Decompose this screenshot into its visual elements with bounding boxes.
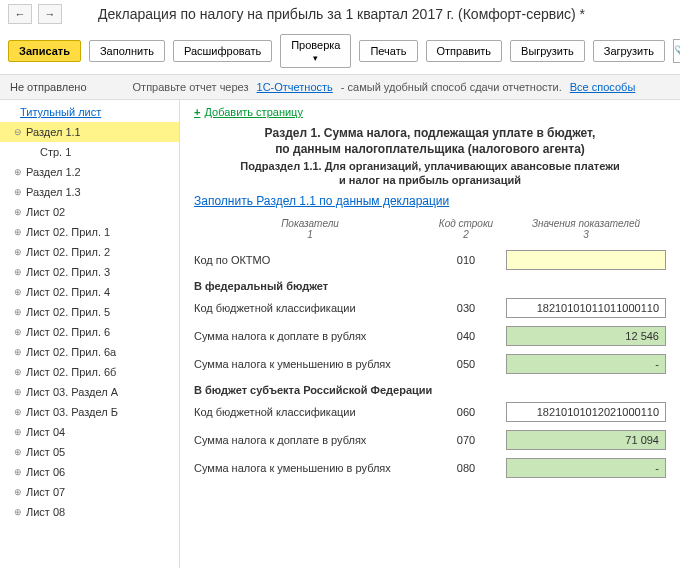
kbk1-code: 030	[426, 302, 506, 314]
federal-budget-head: В федеральный бюджет	[194, 274, 666, 294]
tree-item-sheet-05[interactable]: ⊕Лист 05	[0, 442, 179, 462]
sum1-field[interactable]: 12 546	[506, 326, 666, 346]
red1-code: 050	[426, 358, 506, 370]
send-button[interactable]: Отправить	[426, 40, 503, 62]
expand-icon: ⊕	[14, 407, 22, 417]
attach-button[interactable]: 📎	[673, 39, 680, 63]
tree-item-section-1-1[interactable]: ⊖Раздел 1.1	[0, 122, 179, 142]
export-button[interactable]: Выгрузить	[510, 40, 585, 62]
decrypt-button[interactable]: Расшифровать	[173, 40, 272, 62]
sum2-label: Сумма налога к доплате в рублях	[194, 434, 426, 446]
check-button[interactable]: Проверка	[280, 34, 351, 68]
expand-icon: ⊕	[14, 267, 22, 277]
expand-icon: ⊕	[14, 327, 22, 337]
sidebar: Титульный лист ⊖Раздел 1.1 Стр. 1 ⊕Разде…	[0, 100, 180, 568]
fill-button[interactable]: Заполнить	[89, 40, 165, 62]
expand-icon: ⊕	[14, 367, 22, 377]
sum2-field[interactable]: 71 094	[506, 430, 666, 450]
tree-item-sheet-02-app-5[interactable]: ⊕Лист 02. Прил. 5	[0, 302, 179, 322]
tree-title-page[interactable]: Титульный лист	[0, 102, 179, 122]
kbk2-code: 060	[426, 406, 506, 418]
sum2-code: 070	[426, 434, 506, 446]
status-hint-1: Отправьте отчет через	[133, 81, 249, 93]
tree-item-sheet-08[interactable]: ⊕Лист 08	[0, 502, 179, 522]
subsection-title-2: и налог на прибыль организаций	[194, 174, 666, 186]
tree-item-sheet-07[interactable]: ⊕Лист 07	[0, 482, 179, 502]
save-button[interactable]: Записать	[8, 40, 81, 62]
expand-icon: ⊕	[14, 387, 22, 397]
red1-label: Сумма налога к уменьшению в рублях	[194, 358, 426, 370]
tree-item-sheet-02-app-6a[interactable]: ⊕Лист 02. Прил. 6а	[0, 342, 179, 362]
tree-item-sheet-02-app-6[interactable]: ⊕Лист 02. Прил. 6	[0, 322, 179, 342]
add-page-link[interactable]: Добавить страницу	[194, 106, 303, 118]
tree-item-sheet-02-app-2[interactable]: ⊕Лист 02. Прил. 2	[0, 242, 179, 262]
subject-budget-head: В бюджет субъекта Российской Федерации	[194, 378, 666, 398]
expand-icon: ⊕	[14, 427, 22, 437]
expand-icon: ⊕	[14, 507, 22, 517]
tree-item-page-1[interactable]: Стр. 1	[0, 142, 179, 162]
nav-back-button[interactable]: ←	[8, 4, 32, 24]
expand-icon: ⊕	[14, 167, 22, 177]
load-button[interactable]: Загрузить	[593, 40, 665, 62]
expand-icon: ⊕	[14, 467, 22, 477]
red2-label: Сумма налога к уменьшению в рублях	[194, 462, 426, 474]
expand-icon: ⊕	[14, 227, 22, 237]
tree-item-section-1-3[interactable]: ⊕Раздел 1.3	[0, 182, 179, 202]
paperclip-icon: 📎	[674, 45, 680, 58]
expand-icon: ⊕	[14, 187, 22, 197]
sum1-label: Сумма налога к доплате в рублях	[194, 330, 426, 342]
red2-code: 080	[426, 462, 506, 474]
section-title-1: Раздел 1. Сумма налога, подлежащая уплат…	[194, 126, 666, 140]
tree-item-sheet-02-app-6b[interactable]: ⊕Лист 02. Прил. 6б	[0, 362, 179, 382]
tree-item-sheet-02-app-1[interactable]: ⊕Лист 02. Прил. 1	[0, 222, 179, 242]
print-button[interactable]: Печать	[359, 40, 417, 62]
kbk1-label: Код бюджетной классификации	[194, 302, 426, 314]
expand-icon: ⊕	[14, 307, 22, 317]
status-hint-2: - самый удобный способ сдачи отчетности.	[341, 81, 562, 93]
collapse-icon: ⊖	[14, 127, 22, 137]
red1-field[interactable]: -	[506, 354, 666, 374]
fill-section-link[interactable]: Заполнить Раздел 1.1 по данным деклараци…	[194, 194, 666, 208]
sum1-code: 040	[426, 330, 506, 342]
oktmo-label: Код по ОКТМО	[194, 254, 426, 266]
content-panel: Добавить страницу Раздел 1. Сумма налога…	[180, 100, 680, 568]
oktmo-field[interactable]	[506, 250, 666, 270]
report-link[interactable]: 1С-Отчетность	[257, 81, 333, 93]
section-title-2: по данным налогоплательщика (налогового …	[194, 142, 666, 156]
tree-item-sheet-03-a[interactable]: ⊕Лист 03. Раздел А	[0, 382, 179, 402]
kbk2-field[interactable]: 18210101012021000110	[506, 402, 666, 422]
tree-item-sheet-03-b[interactable]: ⊕Лист 03. Раздел Б	[0, 402, 179, 422]
tree-item-sheet-02-app-4[interactable]: ⊕Лист 02. Прил. 4	[0, 282, 179, 302]
expand-icon: ⊕	[14, 447, 22, 457]
expand-icon: ⊕	[14, 487, 22, 497]
kbk2-label: Код бюджетной классификации	[194, 406, 426, 418]
expand-icon: ⊕	[14, 207, 22, 217]
expand-icon: ⊕	[14, 287, 22, 297]
expand-icon: ⊕	[14, 247, 22, 257]
tree-item-sheet-04[interactable]: ⊕Лист 04	[0, 422, 179, 442]
subsection-title-1: Подраздел 1.1. Для организаций, уплачива…	[194, 160, 666, 172]
red2-field[interactable]: -	[506, 458, 666, 478]
tree-item-sheet-02-app-3[interactable]: ⊕Лист 02. Прил. 3	[0, 262, 179, 282]
page-title: Декларация по налогу на прибыль за 1 ква…	[98, 6, 585, 22]
oktmo-code: 010	[426, 254, 506, 266]
tree-item-sheet-02[interactable]: ⊕Лист 02	[0, 202, 179, 222]
tree-item-sheet-06[interactable]: ⊕Лист 06	[0, 462, 179, 482]
nav-forward-button[interactable]: →	[38, 4, 62, 24]
all-ways-link[interactable]: Все способы	[570, 81, 636, 93]
tree-item-section-1-2[interactable]: ⊕Раздел 1.2	[0, 162, 179, 182]
status-state: Не отправлено	[10, 81, 87, 93]
expand-icon: ⊕	[14, 347, 22, 357]
kbk1-field[interactable]: 18210101011011000110	[506, 298, 666, 318]
